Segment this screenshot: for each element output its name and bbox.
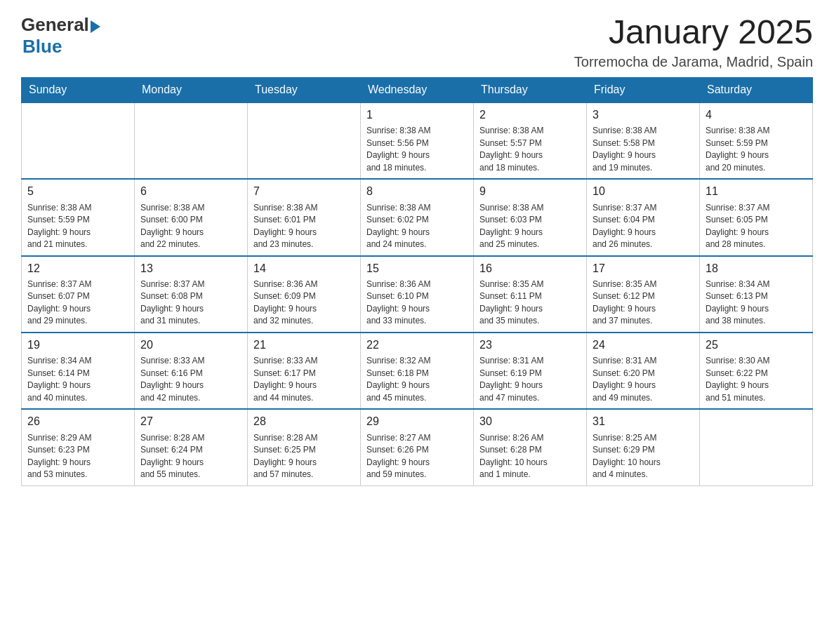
day-info: Sunrise: 8:37 AMSunset: 6:07 PMDaylight:… [27, 279, 91, 326]
calendar-cell: 17Sunrise: 8:35 AMSunset: 6:12 PMDayligh… [587, 256, 700, 333]
day-number: 18 [706, 261, 807, 276]
day-number: 16 [479, 261, 581, 276]
day-info: Sunrise: 8:38 AMSunset: 5:59 PMDaylight:… [706, 126, 769, 173]
day-info: Sunrise: 8:38 AMSunset: 5:56 PMDaylight:… [366, 126, 430, 173]
calendar-cell: 23Sunrise: 8:31 AMSunset: 6:19 PMDayligh… [474, 333, 587, 409]
calendar-cell: 11Sunrise: 8:37 AMSunset: 6:05 PMDayligh… [700, 179, 813, 255]
day-number: 23 [479, 337, 581, 353]
calendar-cell: 29Sunrise: 8:27 AMSunset: 6:26 PMDayligh… [361, 409, 474, 485]
calendar-week-row: 1Sunrise: 8:38 AMSunset: 5:56 PMDaylight… [22, 102, 813, 179]
day-number: 14 [253, 261, 355, 276]
day-number: 29 [366, 414, 468, 429]
calendar-week-row: 26Sunrise: 8:29 AMSunset: 6:23 PMDayligh… [22, 409, 813, 485]
calendar-cell [22, 102, 135, 179]
day-info: Sunrise: 8:37 AMSunset: 6:08 PMDaylight:… [140, 279, 204, 326]
calendar-week-row: 5Sunrise: 8:38 AMSunset: 5:59 PMDaylight… [22, 179, 813, 255]
calendar-cell: 27Sunrise: 8:28 AMSunset: 6:24 PMDayligh… [135, 409, 248, 485]
day-info: Sunrise: 8:38 AMSunset: 6:02 PMDaylight:… [366, 203, 430, 250]
day-number: 25 [706, 337, 807, 353]
logo-blue-text: Blue [22, 36, 62, 58]
day-info: Sunrise: 8:31 AMSunset: 6:19 PMDaylight:… [479, 356, 543, 403]
calendar-cell: 1Sunrise: 8:38 AMSunset: 5:56 PMDaylight… [361, 102, 474, 179]
calendar-cell: 30Sunrise: 8:26 AMSunset: 6:28 PMDayligh… [474, 409, 587, 485]
day-number: 1 [366, 107, 468, 123]
day-number: 26 [27, 414, 128, 429]
calendar-cell: 20Sunrise: 8:33 AMSunset: 6:16 PMDayligh… [135, 333, 248, 409]
day-info: Sunrise: 8:26 AMSunset: 6:28 PMDaylight:… [479, 433, 548, 480]
day-info: Sunrise: 8:37 AMSunset: 6:04 PMDaylight:… [593, 203, 656, 250]
calendar-cell: 18Sunrise: 8:34 AMSunset: 6:13 PMDayligh… [700, 256, 813, 333]
day-number: 9 [479, 184, 581, 199]
calendar-day-header: Tuesday [248, 77, 361, 102]
day-number: 30 [479, 414, 581, 429]
day-number: 27 [140, 414, 241, 429]
day-info: Sunrise: 8:31 AMSunset: 6:20 PMDaylight:… [593, 356, 656, 403]
day-number: 28 [253, 414, 355, 429]
calendar-cell [135, 102, 248, 179]
calendar-cell [248, 102, 361, 179]
calendar-day-header: Monday [135, 77, 248, 102]
day-number: 8 [366, 184, 468, 199]
day-number: 31 [593, 414, 694, 429]
day-info: Sunrise: 8:28 AMSunset: 6:24 PMDaylight:… [140, 433, 204, 480]
day-number: 22 [366, 337, 468, 353]
calendar-cell: 2Sunrise: 8:38 AMSunset: 5:57 PMDaylight… [474, 102, 587, 179]
calendar-cell: 7Sunrise: 8:38 AMSunset: 6:01 PMDaylight… [248, 179, 361, 255]
calendar-table: SundayMondayTuesdayWednesdayThursdayFrid… [21, 77, 813, 486]
calendar-cell: 15Sunrise: 8:36 AMSunset: 6:10 PMDayligh… [361, 256, 474, 333]
calendar-cell: 14Sunrise: 8:36 AMSunset: 6:09 PMDayligh… [248, 256, 361, 333]
day-info: Sunrise: 8:35 AMSunset: 6:11 PMDaylight:… [479, 279, 543, 326]
calendar-day-header: Sunday [22, 77, 135, 102]
calendar-day-header: Thursday [474, 77, 587, 102]
day-info: Sunrise: 8:29 AMSunset: 6:23 PMDaylight:… [27, 433, 91, 480]
day-number: 17 [593, 261, 694, 276]
month-title: January 2025 [574, 14, 813, 51]
day-info: Sunrise: 8:36 AMSunset: 6:09 PMDaylight:… [253, 279, 317, 326]
calendar-header-row: SundayMondayTuesdayWednesdayThursdayFrid… [22, 77, 813, 102]
day-info: Sunrise: 8:25 AMSunset: 6:29 PMDaylight:… [593, 433, 661, 480]
calendar-cell: 13Sunrise: 8:37 AMSunset: 6:08 PMDayligh… [135, 256, 248, 333]
calendar-cell: 6Sunrise: 8:38 AMSunset: 6:00 PMDaylight… [135, 179, 248, 255]
day-number: 21 [253, 337, 355, 353]
day-number: 5 [27, 184, 128, 199]
day-number: 13 [140, 261, 241, 276]
calendar-cell: 28Sunrise: 8:28 AMSunset: 6:25 PMDayligh… [248, 409, 361, 485]
calendar-day-header: Wednesday [361, 77, 474, 102]
day-number: 15 [366, 261, 468, 276]
logo-arrow-icon [91, 20, 100, 33]
title-block: January 2025 Torremocha de Jarama, Madri… [574, 14, 813, 70]
calendar-cell: 3Sunrise: 8:38 AMSunset: 5:58 PMDaylight… [587, 102, 700, 179]
calendar-cell: 9Sunrise: 8:38 AMSunset: 6:03 PMDaylight… [474, 179, 587, 255]
day-number: 2 [479, 107, 581, 123]
day-info: Sunrise: 8:35 AMSunset: 6:12 PMDaylight:… [593, 279, 656, 326]
logo-general-text: General [21, 14, 89, 36]
calendar-cell: 16Sunrise: 8:35 AMSunset: 6:11 PMDayligh… [474, 256, 587, 333]
day-info: Sunrise: 8:32 AMSunset: 6:18 PMDaylight:… [366, 356, 430, 403]
calendar-cell: 12Sunrise: 8:37 AMSunset: 6:07 PMDayligh… [22, 256, 135, 333]
day-number: 4 [706, 107, 807, 123]
day-info: Sunrise: 8:38 AMSunset: 6:03 PMDaylight:… [479, 203, 543, 250]
day-info: Sunrise: 8:38 AMSunset: 6:01 PMDaylight:… [253, 203, 317, 250]
day-info: Sunrise: 8:28 AMSunset: 6:25 PMDaylight:… [253, 433, 317, 480]
day-number: 3 [593, 107, 694, 123]
calendar-cell: 10Sunrise: 8:37 AMSunset: 6:04 PMDayligh… [587, 179, 700, 255]
day-number: 11 [706, 184, 807, 199]
calendar-week-row: 19Sunrise: 8:34 AMSunset: 6:14 PMDayligh… [22, 333, 813, 409]
calendar-cell: 5Sunrise: 8:38 AMSunset: 5:59 PMDaylight… [22, 179, 135, 255]
day-number: 10 [593, 184, 694, 199]
day-info: Sunrise: 8:38 AMSunset: 6:00 PMDaylight:… [140, 203, 204, 250]
page-header: General Blue January 2025 Torremocha de … [21, 14, 813, 70]
day-info: Sunrise: 8:33 AMSunset: 6:17 PMDaylight:… [253, 356, 317, 403]
calendar-cell: 21Sunrise: 8:33 AMSunset: 6:17 PMDayligh… [248, 333, 361, 409]
calendar-cell: 22Sunrise: 8:32 AMSunset: 6:18 PMDayligh… [361, 333, 474, 409]
calendar-cell: 26Sunrise: 8:29 AMSunset: 6:23 PMDayligh… [22, 409, 135, 485]
calendar-cell: 4Sunrise: 8:38 AMSunset: 5:59 PMDaylight… [700, 102, 813, 179]
calendar-day-header: Friday [587, 77, 700, 102]
day-info: Sunrise: 8:33 AMSunset: 6:16 PMDaylight:… [140, 356, 204, 403]
calendar-cell: 19Sunrise: 8:34 AMSunset: 6:14 PMDayligh… [22, 333, 135, 409]
calendar-cell [700, 409, 813, 485]
day-info: Sunrise: 8:38 AMSunset: 5:58 PMDaylight:… [593, 126, 656, 173]
calendar-week-row: 12Sunrise: 8:37 AMSunset: 6:07 PMDayligh… [22, 256, 813, 333]
day-info: Sunrise: 8:36 AMSunset: 6:10 PMDaylight:… [366, 279, 430, 326]
day-number: 20 [140, 337, 241, 353]
